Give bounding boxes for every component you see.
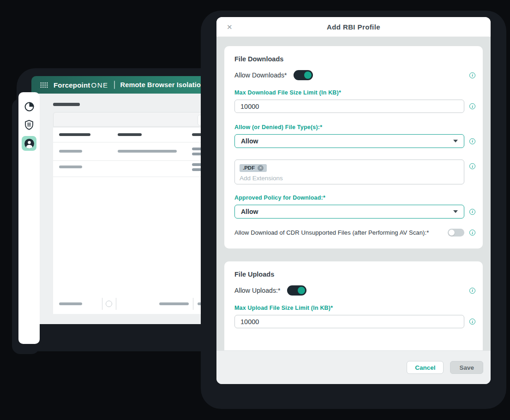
skeleton-column-header xyxy=(59,133,90,136)
save-button[interactable]: Save xyxy=(450,361,483,374)
info-icon[interactable]: i xyxy=(469,138,475,144)
allow-downloads-toggle[interactable] xyxy=(294,70,313,80)
approved-policy-select[interactable]: Allow xyxy=(234,205,464,219)
cdr-unsupported-row: Allow Download of CDR Unsupported Files … xyxy=(234,229,475,237)
toggle-knob xyxy=(449,230,455,236)
toggle-knob xyxy=(304,71,312,79)
chevron-down-icon xyxy=(453,210,458,213)
close-icon[interactable]: ✕ xyxy=(227,24,233,30)
allow-downloads-label: Allow Downloads* xyxy=(234,71,287,79)
skeleton-column-header xyxy=(118,133,142,136)
skeleton-page-title xyxy=(53,103,80,106)
max-upload-size-input[interactable] xyxy=(234,315,464,328)
skeleton-pagination-label xyxy=(159,302,189,305)
section-title-file-uploads: File Uploads xyxy=(234,271,475,278)
header-divider xyxy=(114,81,115,89)
skeleton-cell xyxy=(59,150,82,153)
shield-icon xyxy=(24,120,34,130)
user-icon xyxy=(24,139,34,148)
page-background: ForcepointONE Remote Browser Isolation xyxy=(0,0,510,420)
sidebar-item-users[interactable] xyxy=(22,136,36,151)
extensions-input[interactable]: .PDF × Add Extensions xyxy=(234,160,464,184)
info-icon[interactable]: i xyxy=(469,163,475,169)
chevron-down-icon xyxy=(453,140,458,142)
approved-policy-selected-value: Allow xyxy=(241,208,258,215)
sidebar-item-dashboard[interactable] xyxy=(22,99,36,114)
modal-header: ✕ Add RBI Profile xyxy=(216,17,491,37)
sidebar-item-policies[interactable] xyxy=(22,118,36,132)
remove-chip-icon[interactable]: × xyxy=(258,165,264,171)
extensions-row: .PDF × Add Extensions i xyxy=(234,148,475,184)
add-rbi-profile-modal: ✕ Add RBI Profile File Downloads Allow D… xyxy=(216,17,491,384)
pagination-divider xyxy=(193,298,193,310)
pagination-divider xyxy=(116,298,116,310)
allow-downloads-row: Allow Downloads* i xyxy=(234,70,475,80)
approved-policy-row: Allow i xyxy=(234,205,475,219)
file-downloads-card: File Downloads Allow Downloads* i Max Do… xyxy=(224,46,483,248)
skeleton-pagination-label xyxy=(59,302,82,305)
cdr-unsupported-toggle[interactable] xyxy=(448,229,464,237)
info-icon[interactable]: i xyxy=(469,209,475,215)
max-download-size-input[interactable] xyxy=(234,100,464,113)
file-types-selected-value: Allow xyxy=(241,137,258,145)
cancel-button[interactable]: Cancel xyxy=(407,361,444,374)
cdr-unsupported-label: Allow Download of CDR Unsupported Files … xyxy=(234,229,429,236)
file-types-row: Allow i xyxy=(234,134,475,148)
toggle-knob xyxy=(298,287,305,294)
modal-body: File Downloads Allow Downloads* i Max Do… xyxy=(216,37,491,350)
info-icon[interactable]: i xyxy=(469,319,475,325)
info-icon[interactable]: i xyxy=(469,288,475,294)
file-types-label: Allow (or Denied) File Type(s):* xyxy=(234,124,475,130)
max-download-size-label: Max Download File Size Limit (In KB)* xyxy=(234,89,475,96)
max-upload-size-row: i xyxy=(234,315,475,328)
pie-chart-icon xyxy=(24,101,35,112)
allow-uploads-row: Allow Uploads:* i xyxy=(234,285,475,296)
pagination-page-button[interactable] xyxy=(106,301,112,307)
extension-chip-label: .PDF xyxy=(243,165,255,171)
extensions-placeholder: Add Extensions xyxy=(240,175,459,182)
extension-chip: .PDF × xyxy=(240,164,267,172)
skeleton-cell xyxy=(118,150,177,153)
allow-uploads-toggle[interactable] xyxy=(287,285,306,296)
info-icon[interactable]: i xyxy=(469,230,475,236)
max-download-size-row: i xyxy=(234,100,475,113)
modal-title: Add RBI Profile xyxy=(327,23,380,31)
info-icon[interactable]: i xyxy=(469,103,475,109)
apps-grid-icon[interactable] xyxy=(40,82,48,88)
product-title: Remote Browser Isolation xyxy=(120,81,205,89)
info-icon[interactable]: i xyxy=(469,72,475,78)
file-uploads-card: File Uploads Allow Uploads:* i Max Uploa… xyxy=(224,261,483,350)
approved-policy-label: Approved Policy for Download:* xyxy=(234,195,475,201)
file-types-select[interactable]: Allow xyxy=(234,134,464,148)
skeleton-cell xyxy=(59,166,82,168)
pagination-divider xyxy=(102,298,102,310)
modal-footer: Cancel Save xyxy=(216,350,491,384)
forcepoint-logo: ForcepointONE xyxy=(54,81,108,89)
sidebar-nav xyxy=(18,92,40,344)
max-upload-size-label: Max Upload File Size Limit (In KB)* xyxy=(234,305,475,311)
section-title-file-downloads: File Downloads xyxy=(234,55,475,63)
allow-uploads-label: Allow Uploads:* xyxy=(234,287,281,294)
